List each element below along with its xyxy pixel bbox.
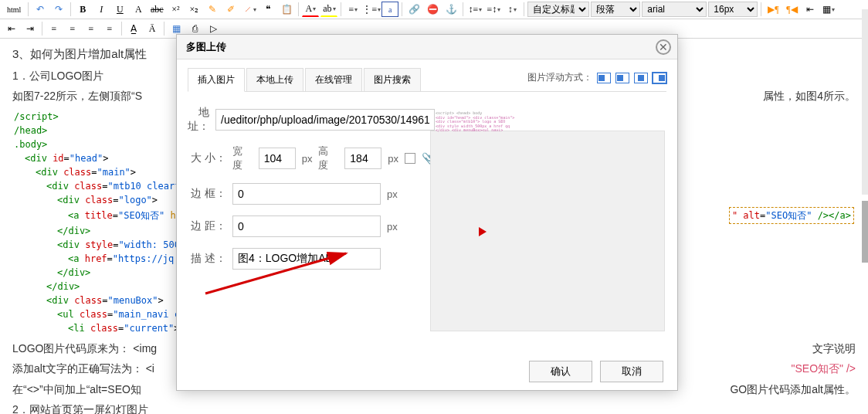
tab-search[interactable]: 图片搜索 <box>364 68 421 91</box>
float-none-button[interactable] <box>597 73 611 83</box>
separator <box>298 2 299 16</box>
font-button[interactable]: A <box>130 2 147 17</box>
play-icon <box>479 227 487 236</box>
ltr-button[interactable]: ▶¶ <box>765 2 782 17</box>
separator <box>761 2 761 16</box>
close-button[interactable]: ✕ <box>656 39 671 55</box>
separator <box>42 22 42 36</box>
italic-button[interactable]: I <box>93 2 110 17</box>
float-left-button[interactable] <box>615 73 629 83</box>
url-row: 地 址： <box>188 106 435 134</box>
toolbar-row-1: html ↶ ↷ B I U A abc ×² ×₂ ✎ ✐ ⟋ ❝ 📋 A a… <box>0 0 868 19</box>
border-input[interactable] <box>232 183 381 205</box>
clean-button[interactable]: ✎ <box>204 2 221 17</box>
scrollbar-track <box>862 9 868 195</box>
brush-button[interactable]: ⟋ <box>241 2 258 17</box>
subscript-button[interactable]: ×₂ <box>185 2 202 17</box>
select-all-button[interactable]: a <box>381 2 398 17</box>
anchor-button[interactable]: ⚓ <box>442 2 459 17</box>
tab-insert[interactable]: 插入图片 <box>188 68 245 92</box>
tab-local[interactable]: 本地上传 <box>246 68 303 91</box>
rtl-button[interactable]: ¶◀ <box>783 2 800 17</box>
format-button[interactable]: ✐ <box>222 2 239 17</box>
para-spacing-button[interactable]: ↕ <box>504 2 520 17</box>
height-input[interactable] <box>344 148 381 169</box>
heading-select[interactable]: 自定义标题 <box>527 2 589 17</box>
undo-button[interactable]: ↶ <box>32 2 49 17</box>
unit-px: px <box>302 153 313 165</box>
separator <box>121 22 122 36</box>
superscript-button[interactable]: ×² <box>167 2 184 17</box>
indent-left-button[interactable]: ⇤ <box>3 21 20 36</box>
border-row: 边 框： px <box>188 183 435 205</box>
text-line: 添加alt文字的正确写法为： <i <box>12 358 154 379</box>
tool-b-button[interactable]: Ā <box>144 21 161 36</box>
float-center-button[interactable] <box>634 73 648 83</box>
lock-ratio-checkbox[interactable] <box>405 153 415 164</box>
separator <box>402 2 402 16</box>
lineheight-button[interactable]: ↕≡ <box>466 2 483 17</box>
float-right-button[interactable] <box>653 73 666 83</box>
modal-footer: 确认 取消 <box>177 353 677 390</box>
bold-button[interactable]: B <box>74 2 91 17</box>
tab-online[interactable]: 在线管理 <box>305 68 362 91</box>
unlink-button[interactable]: ⛔ <box>424 2 441 17</box>
align-left-button[interactable]: ≡ <box>46 21 63 36</box>
ol-button[interactable]: ≡ <box>344 2 361 17</box>
desc-input[interactable] <box>232 248 381 270</box>
tool-a-button[interactable]: A̲ <box>125 21 142 36</box>
indent-right-button[interactable]: ⇥ <box>22 21 39 36</box>
text-line: "SEO知否" /> <box>792 358 856 379</box>
align-center-button[interactable]: ≡ <box>64 21 81 36</box>
unit-px: px <box>388 153 398 165</box>
size-row: 大 小： 宽度 px 高度 px 📎 <box>188 144 435 172</box>
modal-title: 多图上传 <box>186 41 226 53</box>
text-line: 文字说明 <box>812 338 856 359</box>
width-input[interactable] <box>259 148 296 169</box>
more-button[interactable]: ▦ <box>820 2 837 17</box>
unit-px: px <box>387 221 398 232</box>
preview-thumbnail: <script> <head> body <div id="head"> <di… <box>436 111 605 156</box>
paste-button[interactable]: 📋 <box>278 2 295 17</box>
height-label: 高度 <box>318 144 338 172</box>
cancel-button[interactable]: 取消 <box>600 361 663 382</box>
underline-button[interactable]: U <box>111 2 128 17</box>
separator <box>164 22 164 36</box>
preview-area: <script> <head> body <div id="head"> <di… <box>430 131 665 331</box>
size-select[interactable]: 16px <box>708 2 758 17</box>
font-select[interactable]: arial <box>642 2 707 17</box>
spacing-button[interactable]: ≡↕ <box>485 2 502 17</box>
url-label: 地 址： <box>188 106 209 134</box>
unit-px: px <box>387 188 398 200</box>
separator <box>28 2 29 16</box>
text-line: 如图7-22所示，左侧顶部“S <box>12 86 142 107</box>
forecolor-button[interactable]: A <box>302 2 319 17</box>
ul-button[interactable]: ⋮≡ <box>363 2 380 17</box>
desc-label: 描 述： <box>188 252 226 266</box>
strike-button[interactable]: abc <box>148 2 165 17</box>
redo-button[interactable]: ↷ <box>50 2 67 17</box>
link-button[interactable]: 🔗 <box>405 2 422 17</box>
source-button[interactable]: html <box>3 2 25 17</box>
scrollbar-thumb[interactable] <box>862 201 868 263</box>
desc-row: 描 述： <box>188 248 435 270</box>
align-justify-button[interactable]: ≡ <box>101 21 118 36</box>
ok-button[interactable]: 确认 <box>529 361 592 382</box>
text-line: 在“<>”中间加上“alt=SEO知 <box>12 379 141 400</box>
url-input[interactable] <box>215 109 435 131</box>
outdent-button[interactable]: ⇤ <box>802 2 819 17</box>
float-label: 图片浮动方式： <box>527 71 592 84</box>
separator <box>70 2 71 16</box>
text-line: 2．网站首页第一屏幻灯图片 <box>12 399 856 414</box>
separator <box>341 2 341 16</box>
width-label: 宽度 <box>232 144 253 172</box>
paragraph-select[interactable]: 段落 <box>591 2 640 17</box>
separator <box>524 2 524 16</box>
margin-input[interactable] <box>232 215 381 237</box>
separator <box>463 2 463 16</box>
float-mode-group: 图片浮动方式： <box>527 71 666 87</box>
backcolor-button[interactable]: ab <box>320 2 337 17</box>
text-line: LOGO图片代码原来为： <img <box>12 338 157 359</box>
quote-button[interactable]: ❝ <box>259 2 276 17</box>
align-right-button[interactable]: ≡ <box>83 21 100 36</box>
